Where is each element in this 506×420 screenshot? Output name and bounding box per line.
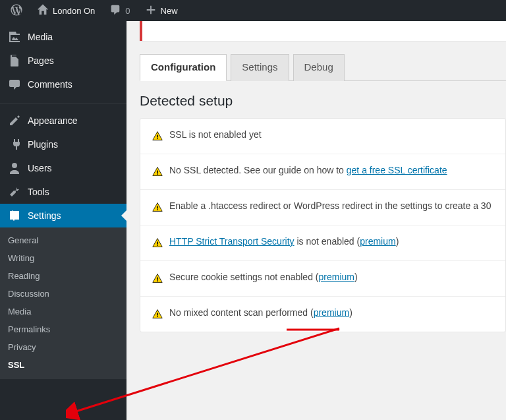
- submenu-item-media[interactable]: Media: [0, 303, 126, 320]
- sidebar-item-comments[interactable]: Comments: [0, 73, 126, 96]
- home-icon: [37, 4, 49, 18]
- warning-icon: [152, 165, 163, 179]
- sidebar-item-plugins[interactable]: Plugins: [0, 133, 126, 156]
- main-content: Configuration Settings Debug Detected se…: [126, 21, 506, 420]
- hsts-link[interactable]: HTTP Strict Transport Security: [169, 236, 295, 247]
- row-text: SSL is not enabled yet: [169, 129, 262, 140]
- sidebar-item-label: Appearance: [28, 115, 78, 126]
- sidebar-item-tools[interactable]: Tools: [0, 180, 126, 204]
- svg-rect-1: [10, 215, 19, 216]
- row-text: No mixed content scan performed (premium…: [169, 307, 352, 318]
- comment-icon: [109, 4, 121, 18]
- sidebar-item-media[interactable]: Media: [0, 25, 126, 49]
- site-name-label: London On: [53, 6, 95, 16]
- sidebar-item-label: Comments: [28, 79, 72, 90]
- setup-row: HTTP Strict Transport Security is not en…: [140, 225, 505, 261]
- settings-icon: [8, 209, 21, 222]
- svg-rect-3: [12, 211, 13, 214]
- new-content-menu[interactable]: New: [140, 0, 183, 21]
- tab-debug[interactable]: Debug: [293, 54, 345, 81]
- row-text: Secure cookie settings not enabled (prem…: [169, 272, 358, 282]
- users-icon: [8, 162, 21, 175]
- warning-icon: [152, 272, 163, 285]
- ssl-guide-link[interactable]: get a free SSL certificate: [347, 165, 447, 175]
- plugins-icon: [8, 138, 21, 151]
- pages-icon: [8, 54, 21, 67]
- submenu-item-discussion[interactable]: Discussion: [0, 285, 126, 303]
- tools-icon: [8, 185, 21, 198]
- sidebar-item-settings[interactable]: Settings: [0, 204, 126, 227]
- tab-configuration[interactable]: Configuration: [140, 54, 227, 81]
- sidebar-item-label: Media: [28, 32, 53, 42]
- settings-submenu: General Writing Reading Discussion Media…: [0, 227, 126, 379]
- sidebar-item-pages[interactable]: Pages: [0, 49, 126, 73]
- warning-icon: [152, 236, 163, 250]
- section-title: Detected setup: [140, 93, 506, 109]
- tab-bar: Configuration Settings Debug: [140, 54, 506, 81]
- sidebar-item-label: Pages: [28, 55, 54, 66]
- setup-row: Enable a .htaccess redirect or WordPress…: [140, 190, 505, 225]
- admin-sidebar: Media Pages Comments Appearance Plugins …: [0, 21, 126, 420]
- svg-rect-4: [16, 214, 17, 218]
- media-icon: [8, 30, 21, 44]
- svg-rect-5: [13, 218, 14, 221]
- setup-row: SSL is not enabled yet: [140, 119, 505, 154]
- appearance-icon: [8, 114, 21, 127]
- submenu-item-privacy[interactable]: Privacy: [0, 338, 126, 356]
- sidebar-item-label: Plugins: [28, 139, 58, 150]
- row-text: HTTP Strict Transport Security is not en…: [169, 236, 399, 247]
- setup-row: No mixed content scan performed (premium…: [140, 297, 505, 332]
- tab-settings[interactable]: Settings: [231, 54, 289, 81]
- site-name-menu[interactable]: London On: [32, 0, 100, 21]
- svg-rect-0: [10, 212, 19, 213]
- wp-logo-menu[interactable]: [5, 0, 28, 21]
- setup-row: Secure cookie settings not enabled (prem…: [140, 261, 505, 297]
- warning-icon: [152, 307, 163, 321]
- submenu-item-reading[interactable]: Reading: [0, 267, 126, 285]
- submenu-item-writing[interactable]: Writing: [0, 249, 126, 267]
- menu-separator: [0, 100, 126, 104]
- premium-link[interactable]: premium: [318, 272, 354, 282]
- new-content-label: New: [161, 6, 178, 16]
- sidebar-item-users[interactable]: Users: [0, 156, 126, 180]
- premium-link[interactable]: premium: [360, 236, 395, 247]
- submenu-item-general[interactable]: General: [0, 231, 126, 249]
- detected-setup-panel: SSL is not enabled yet No SSL detected. …: [140, 118, 506, 332]
- row-text: Enable a .htaccess redirect or WordPress…: [169, 200, 491, 211]
- admin-bar: London On 0 New: [0, 0, 506, 21]
- sidebar-item-label: Tools: [28, 187, 49, 197]
- comments-menu[interactable]: 0: [104, 0, 135, 21]
- premium-link[interactable]: premium: [314, 307, 349, 318]
- warning-icon: [152, 200, 163, 214]
- comments-icon: [8, 78, 21, 91]
- comments-count: 0: [125, 6, 130, 16]
- error-notice: [140, 21, 506, 41]
- sidebar-item-label: Settings: [28, 210, 61, 221]
- warning-icon: [152, 129, 163, 143]
- wordpress-icon: [11, 4, 22, 18]
- submenu-item-permalinks[interactable]: Permalinks: [0, 320, 126, 338]
- sidebar-item-appearance[interactable]: Appearance: [0, 109, 126, 133]
- row-text: No SSL detected. See our guide on how to…: [169, 165, 447, 175]
- setup-row: No SSL detected. See our guide on how to…: [140, 154, 505, 190]
- submenu-item-ssl[interactable]: SSL: [0, 356, 126, 374]
- sidebar-item-label: Users: [28, 163, 52, 173]
- plus-icon: [145, 4, 157, 18]
